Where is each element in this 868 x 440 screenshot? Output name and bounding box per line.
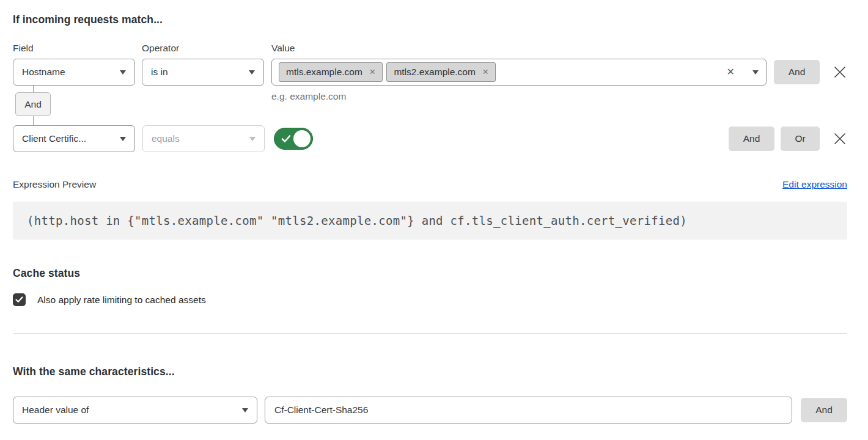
condition-connector: And bbox=[14, 86, 52, 125]
field-label: Field bbox=[13, 43, 142, 54]
characteristic-select-value: Header value of bbox=[22, 405, 89, 416]
cached-assets-checkbox-label: Also apply rate limiting to cached asset… bbox=[37, 295, 206, 306]
add-and-condition-button[interactable]: And bbox=[774, 60, 820, 84]
delete-condition-icon[interactable] bbox=[833, 131, 847, 146]
add-or-condition-button[interactable]: Or bbox=[781, 127, 820, 151]
value-tag-label: mtls.example.com bbox=[286, 67, 362, 78]
expression-preview-label: Expression Preview bbox=[13, 179, 96, 190]
characteristic-select[interactable]: Header value of bbox=[13, 397, 257, 424]
chevron-down-icon bbox=[249, 70, 255, 75]
add-characteristic-button[interactable]: And bbox=[801, 398, 847, 422]
operator-select-1[interactable]: is in bbox=[142, 59, 264, 86]
rule-builder-page: If incoming requests match... Field Oper… bbox=[0, 0, 868, 424]
connector-line bbox=[33, 86, 34, 92]
expression-code: (http.host in {"mtls.example.com" "mtls2… bbox=[13, 202, 847, 240]
value-tag: mtls.example.com ✕ bbox=[279, 62, 383, 82]
field-select-2[interactable]: Client Certific... bbox=[13, 125, 135, 152]
field-select-1[interactable]: Hostname bbox=[13, 59, 135, 86]
value-label: Value bbox=[271, 43, 295, 54]
remove-tag-icon[interactable]: ✕ bbox=[482, 68, 488, 76]
header-name-input[interactable] bbox=[265, 397, 792, 424]
operator-select-1-value: is in bbox=[151, 67, 168, 78]
characteristics-title: With the same characteristics... bbox=[13, 365, 847, 378]
operator-label: Operator bbox=[142, 43, 271, 54]
cached-assets-checkbox[interactable] bbox=[13, 293, 26, 306]
characteristic-row: Header value of And bbox=[13, 397, 847, 424]
chevron-down-icon bbox=[120, 137, 126, 141]
chevron-down-icon bbox=[242, 408, 248, 413]
condition-row-1: Hostname is in mtls.example.com ✕ mtls2.… bbox=[13, 59, 847, 86]
operator-select-2-value: equals bbox=[152, 133, 180, 144]
field-labels-row: Field Operator Value bbox=[13, 43, 847, 54]
value-helper-text: e.g. example.com bbox=[271, 91, 346, 102]
match-section-title: If incoming requests match... bbox=[13, 13, 847, 26]
expression-header: Expression Preview Edit expression bbox=[13, 179, 847, 190]
value-tag-label: mtls2.example.com bbox=[394, 67, 476, 78]
chevron-down-icon bbox=[249, 137, 256, 141]
value-tag: mtls2.example.com ✕ bbox=[386, 62, 496, 82]
section-divider bbox=[13, 333, 847, 334]
value-multiselect[interactable]: mtls.example.com ✕ mtls2.example.com ✕ ✕ bbox=[271, 59, 767, 86]
field-select-2-value: Client Certific... bbox=[22, 133, 86, 144]
chevron-down-icon[interactable] bbox=[752, 70, 759, 75]
cert-verified-toggle[interactable] bbox=[274, 128, 313, 150]
clear-values-icon[interactable]: ✕ bbox=[727, 67, 735, 77]
conditions-group: Hostname is in mtls.example.com ✕ mtls2.… bbox=[13, 59, 847, 152]
connector-and-button[interactable]: And bbox=[15, 92, 51, 116]
delete-condition-icon[interactable] bbox=[833, 65, 847, 79]
remove-tag-icon[interactable]: ✕ bbox=[369, 68, 375, 76]
condition-2-actions: And Or bbox=[729, 127, 847, 151]
check-icon bbox=[281, 134, 291, 145]
connector-line bbox=[33, 116, 34, 125]
toggle-knob bbox=[293, 130, 311, 147]
operator-select-2: equals bbox=[142, 125, 265, 152]
cache-status-title: Cache status bbox=[13, 267, 847, 280]
edit-expression-link[interactable]: Edit expression bbox=[782, 179, 847, 190]
chevron-down-icon bbox=[120, 70, 126, 75]
condition-row-2: Client Certific... equals And Or bbox=[13, 125, 847, 152]
field-select-1-value: Hostname bbox=[22, 67, 65, 78]
check-icon bbox=[15, 296, 23, 303]
cache-checkbox-row: Also apply rate limiting to cached asset… bbox=[13, 293, 847, 306]
add-and-condition-button[interactable]: And bbox=[729, 127, 774, 151]
